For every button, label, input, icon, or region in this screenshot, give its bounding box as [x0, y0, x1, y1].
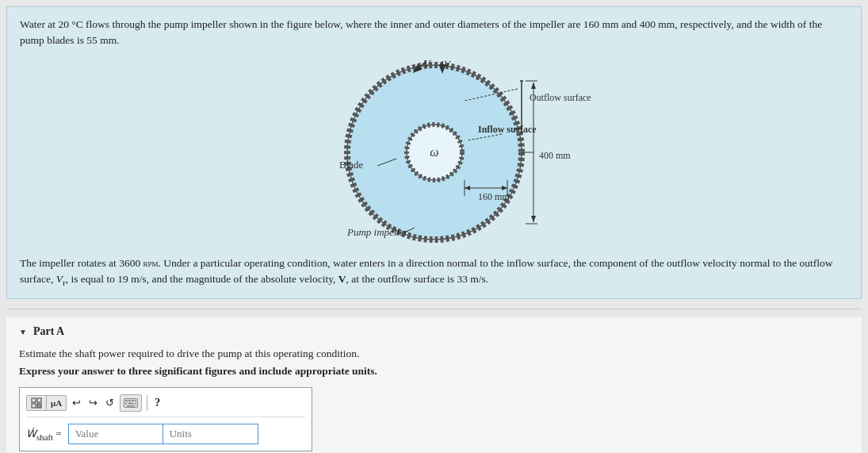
svg-text:Blade: Blade [339, 159, 364, 171]
instruction-text: Express your answer to three significant… [19, 365, 849, 378]
answer-input-row: Ẇshaft = [26, 424, 305, 444]
svg-rect-37 [37, 404, 41, 408]
svg-text:Inflow surface: Inflow surface [478, 124, 537, 135]
mu-button[interactable]: μΑ [47, 396, 66, 410]
matrix-button-group[interactable]: μΑ [26, 395, 67, 411]
svg-text:Outflow surface: Outflow surface [530, 92, 591, 103]
svg-rect-46 [127, 405, 135, 407]
part-a-label: Part A [33, 325, 64, 338]
svg-text:Pump impeller: Pump impeller [346, 226, 409, 238]
w-shaft-label: Ẇshaft = [26, 428, 62, 442]
question-text: Estimate the shaft power required to dri… [19, 347, 849, 360]
svg-rect-42 [135, 400, 136, 401]
svg-rect-43 [125, 403, 127, 405]
section-divider [6, 309, 862, 309]
svg-rect-39 [125, 400, 128, 401]
collapse-icon[interactable]: ▼ [19, 328, 27, 336]
problem-box: Water at 20 °C flows through the pump im… [6, 6, 862, 299]
redo-button[interactable]: ↪ [86, 395, 100, 411]
answer-box: μΑ ↩ ↪ ↺ [19, 387, 312, 451]
svg-text:V: V [423, 59, 431, 71]
keyboard-button[interactable] [120, 394, 142, 412]
page: Water at 20 °C flows through the pump im… [0, 0, 868, 453]
description-text: The impeller rotates at 3600 rpm. Under … [20, 255, 848, 290]
toolbar-separator [147, 395, 147, 411]
svg-marker-26 [531, 83, 536, 89]
figure-container: ω V Vr Outflow surface Inflow surface [268, 57, 601, 248]
undo-button[interactable]: ↩ [70, 395, 83, 411]
svg-rect-45 [135, 403, 136, 405]
help-button[interactable]: ? [152, 395, 163, 411]
answer-toolbar: μΑ ↩ ↪ ↺ [26, 394, 305, 417]
svg-rect-40 [128, 400, 131, 401]
figure-area: ω V Vr Outflow surface Inflow surface [20, 57, 848, 248]
svg-rect-35 [37, 398, 41, 402]
value-input[interactable] [68, 424, 163, 444]
svg-rect-44 [128, 403, 134, 405]
svg-rect-36 [32, 404, 36, 408]
matrix-icon[interactable] [27, 396, 47, 410]
units-input[interactable] [163, 424, 258, 444]
pump-diagram: ω V Vr Outflow surface Inflow surface [268, 57, 648, 248]
svg-text:160 mm: 160 mm [478, 191, 510, 202]
svg-text:400 mm: 400 mm [539, 150, 571, 161]
svg-rect-41 [132, 400, 134, 401]
reset-button[interactable]: ↺ [103, 395, 117, 411]
svg-text:ω: ω [430, 145, 438, 159]
problem-text: Water at 20 °C flows through the pump im… [20, 17, 848, 49]
svg-rect-34 [32, 398, 36, 402]
svg-text:Vr: Vr [444, 58, 453, 71]
part-a-header: ▼ Part A [19, 325, 849, 338]
svg-marker-27 [531, 216, 536, 222]
part-a-section: ▼ Part A Estimate the shaft power requir… [6, 317, 862, 453]
